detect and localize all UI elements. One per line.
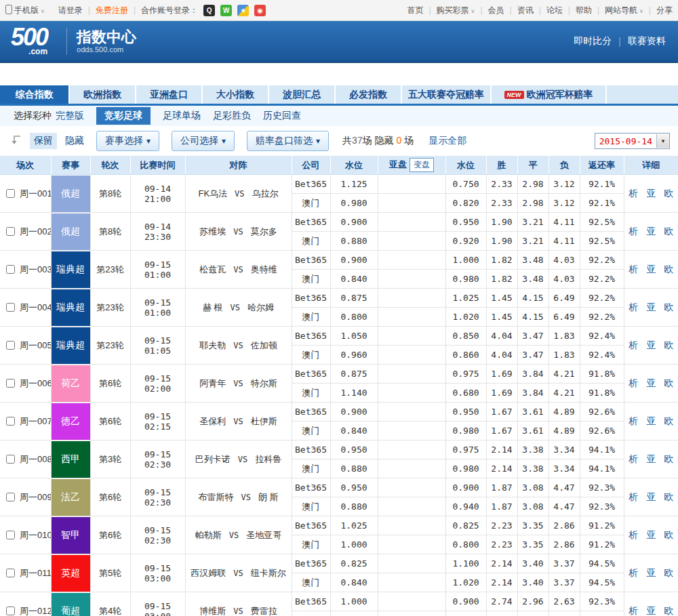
register-link[interactable]: 免费注册	[96, 5, 128, 16]
detail-asian-link[interactable]: 亚	[646, 453, 656, 464]
nav-sitemap-link[interactable]: 网站导航	[605, 5, 643, 16]
detail-asian-link[interactable]: 亚	[646, 188, 656, 199]
detail-euro-link[interactable]: 欧	[664, 453, 673, 464]
date-select[interactable]: 2015-09-14 ▼	[595, 133, 670, 149]
tab-european-index[interactable]: 欧洲指数	[70, 85, 135, 104]
nav-buy-lottery-link[interactable]: 购买彩票	[437, 5, 475, 16]
show-all-link[interactable]: 显示全部	[428, 135, 466, 147]
match-checkbox[interactable]	[6, 531, 15, 539]
odds-draw: 3.84	[517, 365, 549, 384]
detail-asian-link[interactable]: 亚	[646, 605, 656, 616]
hide-button[interactable]: 隐藏	[65, 135, 84, 147]
live-score-link[interactable]: 即时比分	[574, 35, 612, 47]
detail-analysis-link[interactable]: 析	[629, 377, 638, 388]
nav-help-link[interactable]: 帮助	[576, 5, 592, 16]
detail-euro-link[interactable]: 欧	[664, 605, 673, 616]
match-checkbox[interactable]	[6, 607, 15, 615]
return-rate: 94.1%	[580, 440, 624, 459]
nav-forum-link[interactable]: 论坛	[546, 5, 563, 16]
weibo-icon[interactable]: ◉	[254, 5, 266, 16]
sort-arrow-icon[interactable]	[11, 134, 22, 148]
nav-home-link[interactable]: 首页	[407, 5, 423, 16]
odds-lose: 4.11	[549, 213, 580, 232]
match-checkbox[interactable]	[6, 189, 15, 198]
detail-asian-link[interactable]: 亚	[646, 226, 656, 237]
detail-euro-link[interactable]: 欧	[664, 302, 673, 312]
tab-over-under[interactable]: 大小指数	[203, 85, 268, 104]
tab-asian-handicap[interactable]: 亚洲盘口	[136, 85, 201, 104]
detail-analysis-link[interactable]: 析	[629, 188, 638, 199]
detail-euro-link[interactable]: 欧	[664, 567, 673, 578]
wechat-icon[interactable]: W	[220, 5, 232, 16]
tab-top5-league-winner-odds[interactable]: 五大联赛夺冠赔率	[402, 85, 490, 104]
tab-betfair-index[interactable]: 必发指数	[336, 85, 401, 104]
detail-asian-link[interactable]: 亚	[646, 340, 656, 350]
detail-asian-link[interactable]: 亚	[646, 491, 656, 502]
detail-analysis-link[interactable]: 析	[629, 605, 638, 616]
detail-analysis-link[interactable]: 析	[629, 491, 638, 502]
detail-analysis-link[interactable]: 析	[629, 302, 638, 312]
tab-correct-score[interactable]: 波胆汇总	[269, 85, 334, 104]
mobile-version-link[interactable]: 手机版	[5, 5, 45, 16]
odds-filter-dropdown[interactable]: 赔率盘口筛选	[247, 131, 329, 151]
subnav-single-match[interactable]: 足球单场	[163, 110, 201, 122]
site-logo[interactable]: 500 .com	[11, 26, 47, 56]
change-handicap-button[interactable]: 变盘	[410, 158, 434, 172]
match-checkbox[interactable]	[6, 227, 15, 236]
subnav-history-lookup[interactable]: 历史回查	[263, 110, 301, 122]
detail-euro-link[interactable]: 欧	[664, 264, 673, 274]
league-info-link[interactable]: 联赛资料	[628, 35, 666, 47]
detail-asian-link[interactable]: 亚	[646, 529, 656, 540]
match-checkbox[interactable]	[6, 569, 15, 577]
match-checkbox[interactable]	[6, 379, 15, 388]
detail-asian-link[interactable]: 亚	[646, 377, 656, 388]
odds-win: 4.04	[486, 346, 517, 365]
detail-euro-link[interactable]: 欧	[664, 529, 673, 540]
detail-euro-link[interactable]: 欧	[664, 340, 673, 350]
col-lose: 负	[549, 156, 580, 175]
match-checkbox[interactable]	[6, 417, 15, 426]
detail-analysis-link[interactable]: 析	[629, 226, 638, 237]
detail-analysis-link[interactable]: 析	[629, 340, 638, 350]
match-checkbox[interactable]	[6, 493, 15, 501]
match-checkbox[interactable]	[6, 265, 15, 274]
nav-news-link[interactable]: 资讯	[517, 5, 534, 16]
tab-composite-index[interactable]: 综合指数	[0, 85, 68, 104]
detail-asian-link[interactable]: 亚	[646, 415, 656, 426]
detail-euro-link[interactable]: 欧	[664, 415, 673, 426]
detail-asian-link[interactable]: 亚	[646, 302, 656, 312]
qq-icon[interactable]: Q	[203, 5, 215, 16]
shield-icon[interactable]: ★	[237, 5, 249, 16]
detail-analysis-link[interactable]: 析	[629, 415, 638, 426]
detail-euro-link[interactable]: 欧	[664, 491, 673, 502]
subnav-toto[interactable]: 足彩胜负	[213, 110, 251, 122]
detail-euro-link[interactable]: 欧	[664, 188, 673, 199]
detail-asian-link[interactable]: 亚	[646, 264, 656, 274]
detail-analysis-link[interactable]: 析	[629, 264, 638, 274]
detail-links-cell: 析亚欧	[624, 554, 678, 592]
detail-asian-link[interactable]: 亚	[646, 567, 656, 578]
match-checkbox[interactable]	[6, 455, 15, 464]
nav-member-link[interactable]: 会员	[488, 5, 504, 16]
detail-analysis-link[interactable]: 析	[629, 453, 638, 464]
match-checkbox[interactable]	[6, 341, 15, 350]
subnav-jingcai-football[interactable]: 竞彩足球	[96, 107, 151, 125]
keep-button[interactable]: 保留	[30, 133, 57, 149]
full-version-link[interactable]: 完整版	[56, 110, 84, 122]
chevron-down-icon[interactable]: ▼	[656, 134, 669, 148]
detail-analysis-link[interactable]: 析	[629, 567, 638, 578]
away-team: 奥特维	[251, 264, 277, 274]
match-row: 周一006荷乙第6轮09-15 02:00阿青年VS特尔斯Bet3650.875…	[0, 365, 678, 384]
match-checkbox[interactable]	[6, 303, 15, 312]
match-select-dropdown[interactable]: 赛事选择	[96, 131, 159, 151]
nav-share-link[interactable]: 分享	[656, 5, 673, 16]
detail-analysis-link[interactable]: 析	[629, 529, 638, 540]
tab-champions-league-odds[interactable]: NEW 欧洲冠军杯赔率	[492, 85, 605, 104]
detail-euro-link[interactable]: 欧	[664, 377, 673, 388]
login-link[interactable]: 请登录	[58, 5, 83, 16]
company-name: 澳门	[292, 308, 330, 327]
match-id: 周一007	[20, 416, 51, 426]
company-select-dropdown[interactable]: 公司选择	[172, 131, 235, 151]
odds-lose: 4.89	[549, 422, 580, 440]
detail-euro-link[interactable]: 欧	[664, 226, 673, 237]
